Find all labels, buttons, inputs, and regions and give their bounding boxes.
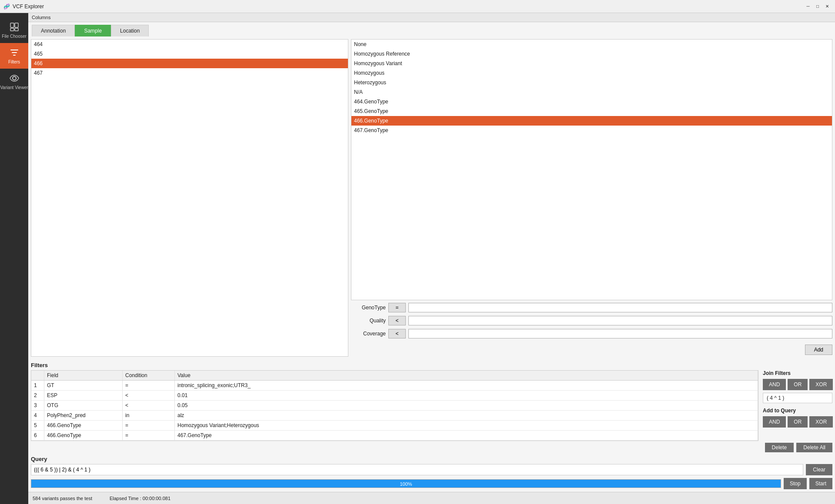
gt-item[interactable]: 466.GenoType — [351, 116, 832, 126]
file-chooser-icon — [9, 22, 20, 32]
app-container: File Chooser Filters Variant Viewer Colu… — [0, 13, 835, 504]
join-filters-panel: Join Filters AND OR XOR ( 4 ^ 1 ) Add to… — [763, 370, 832, 441]
progress-bar: 100% — [31, 479, 781, 488]
delete-all-filters-button[interactable]: Delete All — [796, 443, 832, 452]
quality-value-input[interactable] — [408, 316, 832, 325]
minimize-button[interactable]: ─ — [804, 2, 812, 11]
svg-rect-3 — [15, 28, 18, 31]
list-item[interactable]: 466 — [31, 59, 348, 68]
progress-row: 100% Stop Start — [31, 478, 832, 489]
table-row[interactable]: 6 466.GenoType = 467.GenoType — [31, 431, 758, 441]
variant-viewer-icon — [9, 73, 20, 83]
main-panel: 464 465 466 467 None Homozygous Referenc… — [28, 36, 835, 359]
tab-bar: Annotation Sample Location — [28, 22, 835, 36]
gt-item[interactable]: Homozygous Variant — [351, 59, 832, 68]
table-row[interactable]: 1 GT = intronic_splicing_exonic;UTR3_ — [31, 381, 758, 391]
query-title: Query — [31, 456, 832, 462]
genotype-operator-button[interactable]: = — [388, 303, 406, 312]
genotype-label: GenoType — [351, 305, 386, 311]
genotype-list[interactable]: None Homozygous Reference Homozygous Var… — [351, 39, 832, 300]
svg-point-4 — [13, 76, 16, 80]
maximize-button[interactable]: □ — [813, 2, 822, 11]
table-actions: Delete Delete All — [31, 443, 832, 452]
app-title: 🧬 VCF Explorer — [3, 3, 44, 10]
coverage-label: Coverage — [351, 331, 386, 337]
gt-item[interactable]: N/A — [351, 87, 832, 97]
add-to-query-or-button[interactable]: OR — [788, 416, 808, 428]
coverage-operator-button[interactable]: < — [388, 329, 406, 338]
gt-item[interactable]: Homozygous — [351, 68, 832, 78]
quality-operator-button[interactable]: < — [388, 316, 406, 325]
svg-rect-0 — [10, 23, 14, 27]
filter-controls: GenoType = Quality < Coverage < — [351, 300, 832, 357]
query-section: Query Clear 100% Stop Start — [31, 456, 832, 489]
tab-sample[interactable]: Sample — [75, 25, 111, 36]
table-row[interactable]: 4 PolyPhen2_pred in alz — [31, 411, 758, 421]
app-title-text: VCF Explorer — [13, 3, 44, 10]
add-to-query-and-button[interactable]: AND — [763, 416, 786, 428]
list-item[interactable]: 464 — [31, 40, 348, 49]
list-item[interactable]: 465 — [31, 49, 348, 59]
columns-label: Columns — [28, 13, 835, 22]
genotype-value-input[interactable] — [408, 303, 832, 312]
table-rows-container: 1 GT = intronic_splicing_exonic;UTR3_ 2 … — [31, 381, 758, 441]
sidebar-item-filters[interactable]: Filters — [0, 43, 28, 69]
window-controls: ─ □ ✕ — [804, 2, 832, 11]
close-button[interactable]: ✕ — [823, 2, 832, 11]
tab-location[interactable]: Location — [111, 25, 149, 36]
elapsed-time: Elapsed Time : 00:00:00.081 — [110, 496, 170, 501]
titlebar: 🧬 VCF Explorer ─ □ ✕ — [0, 0, 835, 13]
table-row[interactable]: 5 466.GenoType = Homozygous Variant;Hete… — [31, 421, 758, 431]
filters-icon — [9, 47, 20, 58]
col-value: Value — [175, 371, 758, 380]
progress-label: 100% — [31, 480, 781, 488]
filters-table-wrap: Field Condition Value 1 GT = intronic_sp… — [31, 370, 832, 441]
svg-rect-1 — [15, 23, 18, 27]
content-area: Columns Annotation Sample Location 464 4… — [28, 13, 835, 504]
statusbar: 584 variants passes the test Elapsed Tim… — [28, 492, 835, 504]
quality-label: Quality — [351, 318, 386, 324]
svg-rect-2 — [10, 28, 14, 31]
variants-status: 584 variants passes the test — [33, 496, 92, 501]
join-or-button[interactable]: OR — [788, 379, 808, 390]
join-and-button[interactable]: AND — [763, 379, 786, 390]
start-button[interactable]: Start — [809, 478, 832, 489]
query-row: Clear — [31, 464, 832, 475]
filters-table: Field Condition Value 1 GT = intronic_sp… — [31, 370, 758, 441]
sidebar-item-filters-label: Filters — [8, 60, 20, 64]
gt-item[interactable]: None — [351, 40, 832, 49]
sidebar-item-file-chooser-label: File Chooser — [2, 34, 27, 39]
clear-query-button[interactable]: Clear — [806, 464, 832, 475]
coverage-value-input[interactable] — [408, 329, 832, 338]
genotype-filter-row: GenoType = — [351, 302, 832, 313]
gt-item[interactable]: 464.GenoType — [351, 97, 832, 106]
quality-filter-row: Quality < — [351, 315, 832, 326]
sidebar-item-variant-viewer[interactable]: Variant Viewer — [0, 69, 28, 94]
stop-button[interactable]: Stop — [784, 478, 807, 489]
app-icon: 🧬 — [3, 3, 10, 10]
sidebar-item-file-chooser[interactable]: File Chooser — [0, 17, 28, 43]
col-num — [31, 371, 44, 380]
bottom-section: Filters Field Condition Value 1 GT = int… — [28, 359, 835, 492]
sample-list[interactable]: 464 465 466 467 — [31, 39, 348, 357]
gt-item[interactable]: Homozygous Reference — [351, 49, 832, 59]
query-expression-input[interactable] — [31, 464, 803, 475]
gt-item[interactable]: 465.GenoType — [351, 106, 832, 116]
list-item[interactable]: 467 — [31, 68, 348, 78]
gt-item[interactable]: 467.GenoType — [351, 126, 832, 135]
sidebar-item-variant-viewer-label: Variant Viewer — [0, 85, 28, 90]
gt-item[interactable]: Heterozygous — [351, 78, 832, 87]
add-to-query-xor-button[interactable]: XOR — [809, 416, 833, 428]
table-row[interactable]: 2 ESP < 0.01 — [31, 391, 758, 401]
join-xor-button[interactable]: XOR — [809, 379, 833, 390]
join-buttons-row: AND OR XOR — [763, 379, 832, 390]
add-to-query-buttons-row: AND OR XOR — [763, 416, 832, 428]
delete-filter-button[interactable]: Delete — [765, 443, 794, 452]
tab-annotation[interactable]: Annotation — [32, 25, 75, 36]
join-filters-title: Join Filters — [763, 370, 832, 376]
sidebar: File Chooser Filters Variant Viewer — [0, 13, 28, 504]
table-header: Field Condition Value — [31, 371, 758, 381]
table-row[interactable]: 3 OTG < 0.05 — [31, 401, 758, 411]
col-condition: Condition — [123, 371, 175, 380]
add-filter-button[interactable]: Add — [805, 345, 832, 355]
